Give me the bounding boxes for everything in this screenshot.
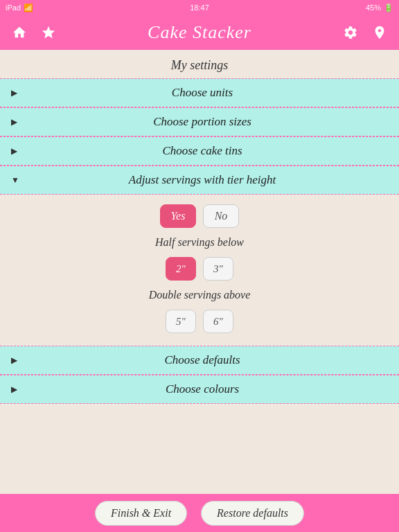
restore-defaults-button[interactable]: Restore defaults: [201, 501, 304, 526]
favorites-button[interactable]: [37, 21, 60, 44]
label-units: Choose units: [28, 86, 388, 100]
status-bar: iPad 📶 18:47 45% 🔋: [0, 0, 399, 15]
home-button[interactable]: [8, 21, 30, 44]
status-left: iPad 📶: [6, 3, 33, 12]
double-servings-label: Double servings above: [149, 289, 251, 301]
content-spacer: [0, 404, 399, 494]
arrow-units: ▶: [11, 88, 22, 98]
finish-exit-button[interactable]: Finish & Exit: [95, 501, 187, 526]
main-content: My settings ▶ Choose units ▶ Choose port…: [0, 50, 399, 494]
header: Cake Stacker: [0, 15, 399, 50]
arrow-colours: ▶: [11, 384, 22, 395]
half-option-3in[interactable]: 3": [203, 257, 233, 281]
carrier-label: iPad: [6, 3, 21, 12]
settings-row-units[interactable]: ▶ Choose units: [0, 78, 399, 107]
double-option-6in[interactable]: 6": [203, 310, 233, 333]
settings-row-colours[interactable]: ▶ Choose colours: [0, 375, 399, 404]
label-defaults: Choose defaults: [28, 353, 388, 367]
arrow-tins: ▶: [11, 146, 22, 157]
battery-label: 45%: [366, 3, 381, 12]
arrow-defaults: ▶: [11, 355, 22, 366]
double-option-5in[interactable]: 5": [166, 310, 196, 333]
battery-icon: 🔋: [384, 3, 393, 12]
half-servings-options: 2" 3": [166, 257, 233, 281]
settings-list: ▶ Choose units ▶ Choose portion sizes ▶ …: [0, 78, 399, 404]
label-colours: Choose colours: [28, 382, 388, 396]
settings-row-servings[interactable]: ▼ Adjust servings with tier height: [0, 166, 399, 195]
header-left-icons: [8, 21, 60, 44]
footer: Finish & Exit Restore defaults: [0, 494, 399, 532]
half-servings-label: Half servings below: [155, 236, 244, 249]
label-servings: Adjust servings with tier height: [28, 173, 388, 187]
settings-row-portions[interactable]: ▶ Choose portion sizes: [0, 107, 399, 136]
yes-no-toggle: Yes No: [160, 204, 239, 228]
settings-row-tins[interactable]: ▶ Choose cake tins: [0, 136, 399, 166]
arrow-portions: ▶: [11, 117, 22, 127]
half-option-2in[interactable]: 2": [166, 257, 196, 281]
label-portions: Choose portion sizes: [28, 115, 388, 129]
location-button[interactable]: [369, 21, 391, 44]
label-tins: Choose cake tins: [28, 144, 388, 158]
settings-row-defaults[interactable]: ▶ Choose defaults: [0, 346, 399, 375]
expanded-servings-section: Yes No Half servings below 2" 3" Double …: [0, 195, 399, 346]
wifi-icon: 📶: [24, 3, 33, 12]
time-display: 18:47: [190, 3, 209, 12]
double-servings-options: 5" 6": [166, 310, 233, 333]
app-title: Cake Stacker: [148, 22, 251, 43]
no-button[interactable]: No: [203, 204, 239, 228]
settings-button[interactable]: [339, 21, 362, 44]
page-title: My settings: [0, 50, 399, 78]
status-right: 45% 🔋: [366, 3, 393, 12]
header-right-icons: [339, 21, 391, 44]
yes-button[interactable]: Yes: [160, 204, 196, 228]
arrow-servings: ▼: [11, 175, 22, 186]
